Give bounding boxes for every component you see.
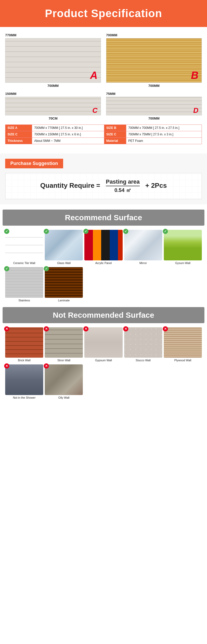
spec-value-a: 700MM x 770MM [ 27.5 in. x 30 in.] [32, 125, 104, 131]
cross-badge-stone: ✕ [44, 326, 49, 331]
surface-item-shower: ✕ Not in the Shower [5, 364, 43, 399]
img-box-b: B [106, 38, 202, 83]
thumb-acrylic [84, 230, 122, 260]
formula-text: Quantity Require = Pasting area 0.54 ㎡ +… [11, 178, 196, 194]
not-recommend-banner: Not Recommended Surface [3, 307, 204, 323]
formula-numerator: Pasting area [106, 178, 140, 186]
label-gysum: Gysum Wall [164, 261, 202, 265]
thumb-brick [5, 327, 43, 358]
surface-item-laminate: ✓ Laminate [45, 267, 83, 302]
size-item-d: 75MM D 700MM [106, 92, 202, 120]
surface-item-stainless: ✓ Stainless [5, 267, 43, 302]
size-label-d: D [193, 107, 198, 114]
recommend-grid: ✓ Ceramic Tile Wall ✓ Glass Wall ✓ Acryl… [3, 230, 204, 265]
size-item-a: 770MM A 700MM [5, 33, 101, 88]
spec-table: SIZE A 700MM x 770MM [ 27.5 in. x 30 in.… [5, 124, 202, 144]
dim-bottom-b: 700MM [106, 84, 202, 88]
spec-label-b: SIZE B [104, 125, 126, 131]
thumb-glass [45, 230, 83, 260]
thumb-shower [5, 364, 43, 395]
size-label-a: A [90, 70, 98, 80]
spec-value-material: PET Foam [126, 138, 202, 144]
page-title: Product Specification [5, 7, 202, 20]
recommend-grid-row2: ✓ Stainless ✓ Laminate [3, 267, 204, 302]
label-gypsum-wall: Gypsum Wall [84, 359, 122, 362]
label-acrylic: Acrylic Panel [84, 261, 122, 265]
check-badge-gysum: ✓ [163, 229, 168, 234]
thumb-stucco [124, 327, 162, 358]
dim-top-d: 75MM [106, 92, 202, 96]
label-glass: Glass Wall [45, 261, 83, 265]
cross-badge-stucco: ✕ [123, 326, 128, 331]
thumb-ceramic [5, 230, 43, 260]
formula-denominator: 0.54 ㎡ [106, 186, 140, 194]
thumb-stone [45, 327, 83, 358]
surface-item-oily: ✕ Oily Wall [45, 364, 83, 399]
thumb-plywood [164, 327, 202, 358]
size-label-c: C [92, 107, 98, 114]
formula-prefix: Quantity Require = [40, 182, 100, 189]
label-stainless: Stainless [5, 299, 43, 302]
dim-top-a: 770MM [5, 33, 101, 37]
page-header: Product Specification [0, 0, 207, 27]
img-box-a: A [5, 38, 101, 83]
surface-item-stucco: ✕ Stucco Wall [124, 327, 162, 362]
surface-item-plywood: ✕ Plywood Wall [164, 327, 202, 362]
surface-item-stone: ✕ Stron Wall [45, 327, 83, 362]
dim-top-c: 150MM [5, 92, 101, 96]
not-recommend-section: Not Recommended Surface ✕ Brick Wall ✕ S… [0, 307, 207, 399]
purchase-section: Purchase Suggestion Quantity Require = P… [0, 154, 207, 204]
check-badge-stainless: ✓ [4, 266, 9, 271]
cross-badge-plywood: ✕ [163, 326, 168, 331]
label-mirror: Mirror [124, 261, 162, 265]
label-plywood: Plywood Wall [164, 359, 202, 362]
spec-value-c2: 700MM x 75MM [ 27.5 in. x 3 in.] [126, 131, 202, 138]
size-item-b: 700MM B 700MM [106, 33, 202, 88]
dim-bottom-d: 700MM [106, 116, 202, 120]
label-oily: Oily Wall [45, 396, 83, 399]
surface-item-ceramic: ✓ Ceramic Tile Wall [5, 230, 43, 265]
label-shower: Not in the Shower [5, 396, 43, 399]
surface-item-gysum: ✓ Gysum Wall [164, 230, 202, 265]
img-box-c: C [5, 97, 101, 115]
formula-suffix: + 2Pcs [145, 182, 167, 189]
thumb-mirror [124, 230, 162, 260]
size-label-b: B [191, 70, 198, 80]
recommend-section: Recommend Surface ✓ Ceramic Tile Wall ✓ … [0, 210, 207, 302]
spec-label-a: SIZE A [5, 125, 32, 131]
label-stone: Stron Wall [45, 359, 83, 362]
surface-item-acrylic: ✓ Acrylic Panel [84, 230, 122, 265]
label-brick: Brick Wall [5, 359, 43, 362]
spec-value-thickness: About 5MM ~ 7MM [32, 138, 104, 144]
thumb-laminate [45, 267, 83, 298]
formula-area: Quantity Require = Pasting area 0.54 ㎡ +… [5, 173, 202, 199]
size-item-c: 150MM C 70CM [5, 92, 101, 120]
label-ceramic: Ceramic Tile Wall [5, 261, 43, 265]
thumb-stainless [5, 267, 43, 298]
check-badge-mirror: ✓ [123, 229, 128, 234]
surface-item-gypsum-wall: ✕ Gypsum Wall [84, 327, 122, 362]
not-recommend-grid: ✕ Brick Wall ✕ Stron Wall ✕ Gypsum Wall … [3, 327, 204, 362]
not-recommend-grid-row2: ✕ Not in the Shower ✕ Oily Wall [3, 364, 204, 399]
dim-bottom-a: 700MM [5, 84, 101, 88]
cross-badge-brick: ✕ [4, 326, 9, 331]
formula-fraction: Pasting area 0.54 ㎡ [106, 178, 140, 194]
thumb-gysum [164, 230, 202, 260]
label-stucco: Stucco Wall [124, 359, 162, 362]
spec-label-c1: SIZE C [5, 131, 32, 138]
spec-value-b: 700MM x 700MM [ 27.5 in. x 27.5 in.] [126, 125, 202, 131]
dim-bottom-c: 70CM [5, 116, 101, 120]
thumb-gypsum-wall [84, 327, 122, 358]
size-images-grid: 770MM A 700MM 700MM B 700MM 150MM C 70CM [5, 33, 202, 120]
surface-item-mirror: ✓ Mirror [124, 230, 162, 265]
spec-label-thickness: Thickness [5, 138, 32, 144]
check-badge-ceramic: ✓ [4, 229, 9, 234]
label-laminate: Laminate [45, 299, 83, 302]
spec-label-c2: SIZE C [104, 131, 126, 138]
specs-section: 770MM A 700MM 700MM B 700MM 150MM C 70CM [0, 27, 207, 149]
recommend-banner: Recommend Surface [3, 210, 204, 226]
surface-item-glass: ✓ Glass Wall [45, 230, 83, 265]
img-box-d: D [106, 97, 202, 115]
surface-item-brick: ✕ Brick Wall [5, 327, 43, 362]
spec-label-material: Material [104, 138, 126, 144]
